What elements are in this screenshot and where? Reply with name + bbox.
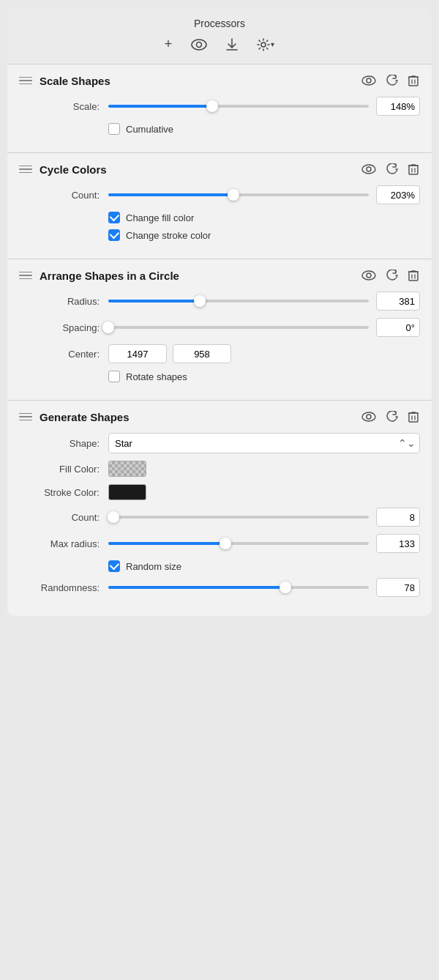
cycle-reset-button[interactable]: [385, 162, 399, 177]
settings-button[interactable]: ▾: [254, 37, 277, 53]
spacing-label: Spacing:: [19, 322, 100, 333]
shape-select[interactable]: Star: [108, 433, 420, 453]
shape-label: Shape:: [19, 438, 100, 449]
cycle-colors-actions: [360, 162, 420, 177]
drag-handle-generate[interactable]: [19, 413, 32, 421]
rotate-shapes-checkbox-wrapper[interactable]: Rotate shapes: [108, 371, 187, 382]
eye-icon: [361, 75, 376, 86]
shape-select-wrapper: Star ⌃⌄: [108, 433, 420, 453]
processors-panel: Processors + ▾: [7, 7, 432, 616]
scale-field-row: Scale:: [19, 97, 420, 116]
svg-rect-14: [409, 413, 418, 422]
cycle-delete-button[interactable]: [407, 162, 420, 177]
arrange-shapes-title: Arrange Shapes in a Circle: [40, 270, 360, 282]
change-stroke-label: Change stroke color: [126, 230, 211, 241]
drag-handle-arrange[interactable]: [19, 272, 32, 280]
gen-count-field-row: Count:: [19, 508, 420, 527]
cycle-count-slider[interactable]: [108, 193, 369, 196]
cycle-count-field-row: Count:: [19, 185, 420, 204]
spacing-value[interactable]: [376, 318, 420, 337]
max-radius-label: Max radius:: [19, 538, 100, 549]
scale-delete-button[interactable]: [407, 73, 420, 88]
scale-slider[interactable]: [108, 105, 369, 108]
generate-visibility-button[interactable]: [360, 410, 378, 423]
refresh-icon: [386, 163, 398, 175]
random-size-checkbox[interactable]: [108, 560, 120, 572]
stroke-color-label: Stroke Color:: [19, 487, 100, 498]
fill-color-label: Fill Color:: [19, 464, 100, 475]
gen-count-value[interactable]: [376, 508, 420, 527]
trash-icon: [408, 270, 419, 281]
add-button[interactable]: +: [162, 35, 176, 53]
download-button[interactable]: [223, 37, 241, 53]
stroke-color-swatch[interactable]: [108, 484, 146, 500]
cumulative-checkbox-wrapper[interactable]: Cumulative: [108, 123, 173, 135]
change-fill-checkbox-wrapper[interactable]: Change fill color: [108, 212, 194, 223]
randomness-slider[interactable]: [108, 586, 369, 589]
gen-count-label: Count:: [19, 512, 100, 523]
change-stroke-row: Change stroke color: [108, 229, 420, 241]
settings-arrow: ▾: [271, 40, 274, 48]
gen-count-slider[interactable]: [108, 516, 369, 519]
svg-point-7: [367, 167, 371, 171]
radius-slider[interactable]: [108, 300, 369, 302]
arrange-shapes-actions: [360, 268, 420, 283]
spacing-field-row: Spacing:: [19, 318, 420, 337]
view-button[interactable]: [188, 37, 210, 52]
cycle-count-value[interactable]: [376, 185, 420, 204]
refresh-icon: [386, 411, 398, 423]
change-fill-checkbox[interactable]: [108, 212, 120, 223]
scale-shapes-header: Scale Shapes: [19, 73, 420, 88]
cycle-count-label: Count:: [19, 190, 100, 201]
cumulative-checkbox[interactable]: [108, 123, 120, 135]
change-stroke-checkbox-wrapper[interactable]: Change stroke color: [108, 229, 211, 241]
spacing-slider[interactable]: [108, 326, 369, 329]
refresh-icon: [386, 75, 398, 86]
svg-point-13: [367, 415, 371, 419]
center-field-row: Center:: [19, 344, 420, 363]
cumulative-label: Cumulative: [126, 124, 173, 135]
drag-handle-cycle[interactable]: [19, 166, 32, 174]
drag-handle-scale[interactable]: [19, 77, 32, 85]
fill-color-row: Fill Color:: [19, 461, 420, 477]
svg-point-12: [362, 412, 375, 421]
random-size-checkbox-wrapper[interactable]: Random size: [108, 560, 181, 572]
arrange-delete-button[interactable]: [407, 268, 420, 283]
change-fill-label: Change fill color: [126, 212, 194, 223]
cumulative-row: Cumulative: [108, 123, 420, 135]
arrange-reset-button[interactable]: [385, 268, 399, 283]
change-stroke-checkbox[interactable]: [108, 229, 120, 241]
randomness-value[interactable]: [376, 578, 420, 597]
svg-point-6: [362, 165, 375, 174]
fill-color-swatch[interactable]: [108, 461, 146, 477]
toolbar: + ▾: [7, 35, 432, 61]
svg-point-1: [197, 42, 202, 47]
generate-reset-button[interactable]: [385, 409, 399, 424]
rotate-shapes-label: Rotate shapes: [126, 371, 187, 382]
svg-point-0: [192, 40, 206, 50]
radius-label: Radius:: [19, 296, 100, 307]
svg-rect-8: [409, 166, 418, 174]
trash-icon: [408, 75, 419, 86]
download-icon: [226, 38, 238, 51]
svg-point-9: [362, 271, 375, 280]
panel-header: Processors + ▾: [7, 7, 432, 64]
svg-rect-11: [409, 272, 418, 281]
scale-value[interactable]: [376, 97, 420, 116]
scale-visibility-button[interactable]: [360, 74, 378, 87]
max-radius-value[interactable]: [376, 534, 420, 553]
max-radius-slider[interactable]: [108, 542, 369, 545]
radius-value[interactable]: [376, 292, 420, 311]
scale-reset-button[interactable]: [385, 73, 399, 88]
random-size-label: Random size: [126, 561, 181, 572]
rotate-shapes-row: Rotate shapes: [108, 371, 420, 382]
arrange-visibility-button[interactable]: [360, 269, 378, 282]
cycle-visibility-button[interactable]: [360, 163, 378, 176]
svg-point-3: [362, 76, 375, 85]
stroke-color-row: Stroke Color:: [19, 484, 420, 500]
generate-delete-button[interactable]: [407, 409, 420, 424]
center-y-input[interactable]: [173, 344, 231, 363]
center-x-input[interactable]: [108, 344, 167, 363]
scale-shapes-section: Scale Shapes: [7, 64, 432, 152]
rotate-shapes-checkbox[interactable]: [108, 371, 120, 382]
